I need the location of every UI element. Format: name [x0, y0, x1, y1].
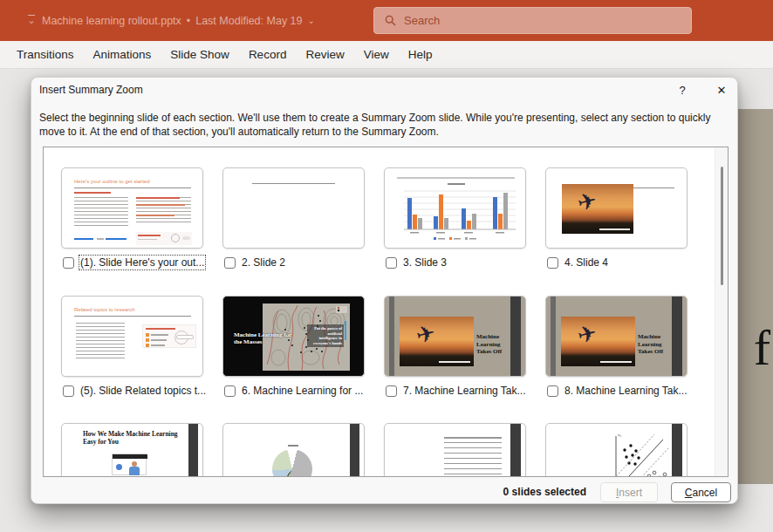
thumb9-title: How We Make Machine Learning Easy for Yo… — [83, 430, 182, 446]
tab-animations[interactable]: Animations — [84, 41, 161, 69]
slide-select-row-6[interactable]: 6. Machine Learning for ... — [222, 385, 366, 397]
dialog-help-button[interactable]: ? — [673, 81, 692, 100]
airplane-icon: ✈ — [574, 318, 599, 349]
slide-checkbox-5[interactable] — [63, 385, 74, 397]
slide-select-row-7[interactable]: 7. Machine Learning Tak... — [384, 385, 528, 397]
thumb8-title: Machine Learning Takes Off — [638, 333, 671, 356]
slide-cell-5: Related topics to research (5). Slide R — [61, 296, 205, 397]
slide-checkbox-6[interactable] — [224, 385, 236, 397]
tab-view[interactable]: View — [354, 41, 399, 69]
airplane-icon: ✈ — [575, 186, 600, 216]
tab-transitions[interactable]: Transitions — [7, 41, 84, 69]
insert-button[interactable]: Insert — [600, 482, 658, 502]
airplane-photo: ✈ — [400, 317, 474, 366]
slide-label-6: 6. Machine Learning for ... — [242, 385, 363, 397]
app-window: ⌄ Machine learning rollout.pptx • Last M… — [0, 0, 773, 532]
title-bar: ⌄ Machine learning rollout.pptx • Last M… — [0, 0, 773, 41]
slides-selected-count: 0 slides selected — [503, 486, 586, 498]
list-scrollbar-thumb[interactable] — [721, 167, 723, 285]
airplane-photo: ✈ — [562, 184, 633, 234]
document-title: Machine learning rollout.pptx — [42, 15, 181, 27]
slide-label-4: 4. Slide 4 — [564, 256, 608, 269]
slide-select-row-1[interactable]: (1). Slide Here's your out... — [61, 256, 205, 269]
slide-thumbnail-5[interactable]: Related topics to research — [61, 296, 203, 377]
slide-cell-1: Here's your outline to get started — [61, 167, 205, 269]
slide-select-row-4[interactable]: 4. Slide 4 — [545, 256, 689, 269]
thumb7-title: Machine Learning Takes Off — [476, 333, 510, 356]
pie-chart-graphic — [272, 449, 312, 477]
slide-cell-2: 2. Slide 2 — [222, 167, 366, 269]
slide-cell-6: Machine Learning for the Masses Put the … — [222, 296, 366, 397]
search-box[interactable] — [373, 7, 692, 34]
slide-cell-3: 3. Slide 3 — [384, 167, 528, 269]
slide-thumbnail-9[interactable]: How We Make Machine Learning Easy for Yo… — [61, 423, 203, 477]
slide-checkbox-2[interactable] — [224, 257, 236, 269]
bar-chart-graphic — [385, 168, 526, 249]
slide-thumbnail-10[interactable] — [222, 423, 365, 477]
dialog-title: Insert Summary Zoom — [39, 84, 143, 96]
slide-cell-11 — [384, 423, 528, 477]
slide-thumbnail-8[interactable]: ✈ Machine Learning Takes Off — [545, 296, 687, 377]
tab-record[interactable]: Record — [239, 41, 297, 69]
slide-thumbnail-12[interactable]: x₂ — [545, 423, 687, 477]
slide-thumbnail-11[interactable] — [384, 423, 526, 477]
slide-thumbnail-4[interactable]: ✈ — [545, 167, 687, 249]
title-dropdown-chevron-icon[interactable]: ⌄ — [308, 16, 315, 25]
slide-select-row-2[interactable]: 2. Slide 2 — [222, 256, 366, 269]
last-modified-text: Last Modified: May 19 — [195, 15, 302, 27]
thumb6-title: Machine Learning for the Masses — [234, 331, 291, 345]
slide-thumbnail-2[interactable] — [222, 167, 365, 249]
background-slide-letter: f — [754, 318, 770, 377]
title-separator-dot: • — [187, 15, 190, 27]
slide-cell-7: ✈ Machine Learning Takes Off 7. Machine … — [384, 296, 528, 397]
slide-checkbox-4[interactable] — [547, 257, 558, 269]
slide-label-3: 3. Slide 3 — [403, 256, 447, 269]
slide-select-row-8[interactable]: 8. Machine Learning Tak... — [545, 385, 689, 397]
slide-thumbnail-6[interactable]: Machine Learning for the Masses Put the … — [222, 296, 365, 377]
cancel-button[interactable]: Cancel — [671, 482, 731, 502]
slide-cell-8: ✈ Machine Learning Takes Off 8. Machine … — [545, 296, 689, 397]
scatter-plot-graphic: x₂ — [609, 429, 670, 477]
slide-select-row-5[interactable]: (5). Slide Related topics t... — [61, 385, 205, 397]
slide-checkbox-1[interactable] — [63, 257, 74, 269]
slide-checkbox-7[interactable] — [386, 385, 397, 397]
list-scrollbar-track[interactable] — [715, 147, 728, 476]
slide-thumbnail-7[interactable]: ✈ Machine Learning Takes Off — [384, 296, 526, 377]
slide-cell-10 — [222, 423, 366, 477]
tab-slide-show[interactable]: Slide Show — [161, 41, 239, 69]
tab-review[interactable]: Review — [296, 41, 353, 69]
slide-cell-9: How We Make Machine Learning Easy for Yo… — [61, 423, 205, 477]
svg-text:x₂: x₂ — [618, 433, 622, 437]
slide-thumbnail-3[interactable] — [384, 167, 526, 249]
airplane-photo: ✈ — [561, 317, 635, 366]
slide-list: Here's your outline to get started — [43, 147, 729, 477]
thumb6-subtitle: Put the power of artificial intelligence… — [307, 324, 344, 347]
background-slide-edge: f — [738, 109, 773, 484]
search-input[interactable] — [404, 14, 666, 27]
search-icon — [385, 15, 396, 26]
slide-cell-12: x₂ — [545, 423, 689, 477]
slide-select-row-3[interactable]: 3. Slide 3 — [384, 256, 528, 269]
slide-label-8: 8. Machine Learning Tak... — [564, 385, 687, 397]
ribbon-collapse-icon[interactable]: ⌄ — [26, 15, 37, 24]
thumb5-title: Related topics to research — [74, 307, 135, 313]
slide-cell-4: ✈ 4. Slide 4 — [545, 167, 689, 269]
slide-label-5: (5). Slide Related topics t... — [80, 385, 206, 397]
slide-label-1: (1). Slide Here's your out... — [80, 256, 204, 269]
slide-checkbox-3[interactable] — [386, 257, 397, 269]
airplane-icon: ✈ — [413, 318, 438, 349]
ribbon-tab-bar: Transitions Animations Slide Show Record… — [0, 41, 773, 69]
insert-summary-zoom-dialog: Insert Summary Zoom ? ✕ Select the begin… — [31, 77, 738, 504]
slide-label-2: 2. Slide 2 — [242, 256, 285, 269]
slide-label-7: 7. Machine Learning Tak... — [403, 385, 526, 397]
close-icon[interactable]: ✕ — [711, 81, 732, 100]
dialog-description: Select the beginning slide of each secti… — [39, 111, 732, 139]
document-title-area: Machine learning rollout.pptx • Last Mod… — [42, 0, 315, 41]
tab-help[interactable]: Help — [399, 41, 442, 69]
slide-thumbnail-1[interactable]: Here's your outline to get started — [61, 167, 203, 249]
slide-checkbox-8[interactable] — [547, 385, 558, 397]
thumb1-title: Here's your outline to get started — [74, 179, 150, 185]
